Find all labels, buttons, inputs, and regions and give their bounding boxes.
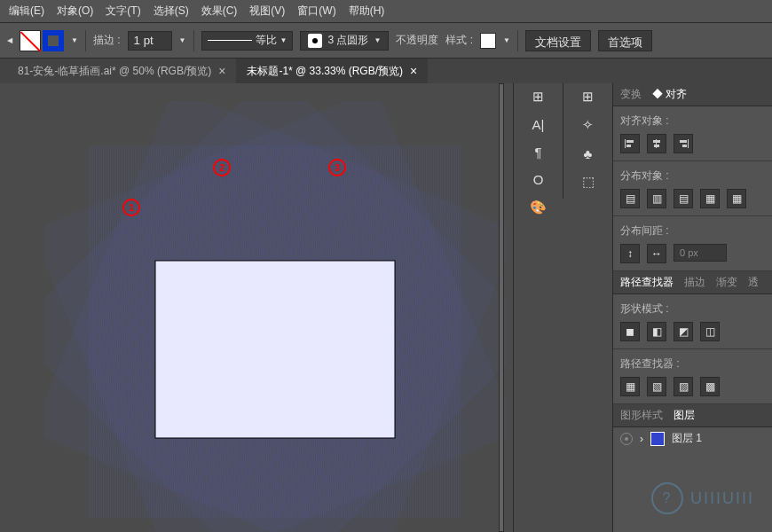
character-icon[interactable]: A|	[531, 117, 547, 132]
minus-front-icon[interactable]: ◧	[647, 322, 666, 341]
chevron-left-icon[interactable]: ◀	[7, 36, 12, 44]
svg-rect-11	[654, 145, 659, 147]
swatches-icon[interactable]: ⊞	[531, 89, 547, 105]
layer-name[interactable]: 图层 1	[672, 431, 702, 446]
collapsed-panel-2: ⊞ ✧ ♣ ⬚	[563, 83, 613, 199]
svg-rect-5	[155, 261, 395, 438]
distribute-bottom-icon[interactable]: ▤	[674, 189, 693, 208]
tab-gradient[interactable]: 渐变	[716, 275, 737, 290]
symbols-icon[interactable]: ⊞	[580, 89, 596, 105]
spacing-h-icon[interactable]: ↔	[647, 244, 666, 263]
tab-align[interactable]: ◆ 对齐	[652, 87, 687, 102]
distribute-right-icon[interactable]: ▦	[727, 189, 746, 208]
opentype-icon[interactable]: O	[531, 172, 547, 187]
collapsed-panel-1: ⊞ A| ¶ O 🎨	[514, 83, 563, 199]
menu-help[interactable]: 帮助(H)	[349, 4, 385, 19]
distribute-top-icon[interactable]: ▤	[620, 189, 640, 208]
chevron-right-icon[interactable]: ›	[640, 433, 643, 445]
crop-icon[interactable]: ▩	[700, 377, 720, 396]
svg-rect-14	[682, 145, 687, 147]
distribute-vcenter-icon[interactable]: ▥	[647, 189, 666, 208]
color-icon[interactable]: 🎨	[531, 200, 547, 215]
tab-pathfinder[interactable]: 路径查找器	[620, 275, 674, 290]
canvas-area[interactable]: 1 2 3	[0, 83, 513, 532]
control-bar: ◀ ▼ 描边 : ▼ 等比 ▼ 3 点圆形 ▼ 不透明度 样式 : ▼ 文档设置…	[0, 23, 772, 59]
menu-effect[interactable]: 效果(C)	[201, 4, 238, 19]
divide-icon[interactable]: ▦	[620, 377, 640, 396]
document-tabs: 81-安兔-临草插画.ai* @ 50% (RGB/预览) × 未标题-1* @…	[0, 59, 772, 83]
document-setup-button[interactable]: 文档设置	[525, 30, 591, 51]
svg-rect-7	[626, 140, 634, 143]
distribute-spacing-label: 分布间距 :	[620, 223, 765, 239]
tab-graphic-styles[interactable]: 图形样式	[620, 408, 663, 423]
opacity-label: 不透明度	[396, 33, 438, 48]
paragraph-icon[interactable]: ¶	[531, 145, 547, 160]
merge-icon[interactable]: ▨	[674, 377, 693, 396]
brushes-icon[interactable]: ✧	[580, 117, 596, 133]
menu-object[interactable]: 对象(O)	[57, 4, 93, 19]
layer-thumbnail	[650, 432, 665, 446]
exclude-icon[interactable]: ◫	[700, 322, 720, 341]
scrollbar-vertical[interactable]	[499, 83, 504, 532]
style-label: 样式 :	[445, 33, 473, 48]
stroke-label: 描边 :	[93, 33, 121, 48]
swatches2-icon[interactable]: ♣	[580, 145, 596, 161]
close-icon[interactable]: ×	[218, 64, 225, 78]
spacing-v-icon[interactable]: ↕	[620, 244, 640, 263]
trim-icon[interactable]: ▧	[647, 377, 666, 396]
artwork-svg	[44, 101, 506, 532]
svg-rect-13	[680, 140, 687, 143]
distribute-objects-label: 分布对象 :	[620, 168, 765, 184]
annotation-3: 3	[328, 159, 346, 176]
pathfinder-ops-label: 路径查找器 :	[620, 356, 765, 372]
align-left-icon[interactable]	[620, 134, 640, 153]
tab-document-1[interactable]: 81-安兔-临草插画.ai* @ 50% (RGB/预览) ×	[7, 59, 236, 83]
close-icon[interactable]: ×	[410, 64, 417, 78]
svg-rect-8	[626, 145, 631, 147]
panel-stack: 变换 ◆ 对齐 对齐对象 : 分布对象 : ▤ ▥ ▤ ▦ ▦ 分布间距 :	[612, 83, 772, 532]
svg-rect-10	[653, 140, 660, 143]
stroke-profile-select[interactable]: 等比 ▼	[201, 31, 294, 51]
intersect-icon[interactable]: ◩	[674, 322, 693, 341]
menu-select[interactable]: 选择(S)	[154, 4, 189, 19]
annotation-1: 1	[122, 199, 140, 216]
preferences-button[interactable]: 首选项	[598, 30, 652, 51]
align-hcenter-icon[interactable]	[647, 134, 666, 153]
svg-rect-6	[625, 139, 626, 148]
distribute-left-icon[interactable]: ▦	[700, 189, 720, 208]
visibility-toggle-icon[interactable]	[620, 433, 633, 445]
annotation-2: 2	[213, 159, 231, 176]
menu-view[interactable]: 视图(V)	[249, 4, 285, 19]
align-objects-label: 对齐对象 :	[620, 113, 765, 129]
tab-transform[interactable]: 变换	[620, 87, 642, 102]
tab-stroke[interactable]: 描边	[684, 275, 705, 290]
chevron-down-icon[interactable]: ▼	[71, 36, 78, 44]
tab-document-2[interactable]: 未标题-1* @ 33.33% (RGB/预览) ×	[236, 59, 428, 83]
artboards-icon[interactable]: ⬚	[580, 174, 596, 190]
watermark: UIIIUIII	[651, 482, 754, 514]
svg-rect-12	[688, 139, 689, 148]
chevron-down-icon[interactable]: ▼	[179, 36, 186, 44]
style-swatch[interactable]	[480, 33, 496, 49]
spacing-value-input[interactable]	[674, 244, 727, 262]
align-right-icon[interactable]	[674, 134, 693, 153]
menu-edit[interactable]: 编辑(E)	[9, 4, 44, 19]
brush-select[interactable]: 3 点圆形 ▼	[300, 31, 389, 51]
menu-bar: 编辑(E) 对象(O) 文字(T) 选择(S) 效果(C) 视图(V) 窗口(W…	[0, 0, 772, 23]
chevron-down-icon[interactable]: ▼	[503, 36, 510, 44]
menu-text[interactable]: 文字(T)	[106, 4, 140, 19]
tab-transparency[interactable]: 透	[748, 275, 759, 290]
shape-modes-label: 形状模式 :	[620, 301, 765, 317]
stroke-swatch[interactable]	[43, 30, 64, 51]
layer-row[interactable]: › 图层 1	[613, 427, 772, 450]
menu-window[interactable]: 窗口(W)	[297, 4, 335, 19]
tab-layers[interactable]: 图层	[674, 408, 695, 423]
unite-icon[interactable]: ◼	[620, 322, 640, 341]
fill-swatch[interactable]	[20, 30, 41, 51]
stroke-weight-input[interactable]	[128, 31, 172, 51]
